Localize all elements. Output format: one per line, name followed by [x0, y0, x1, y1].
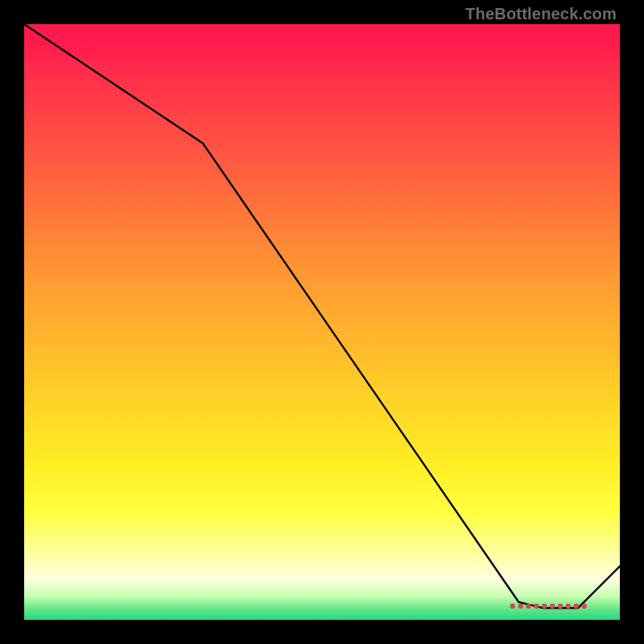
chart-marker [542, 604, 547, 609]
plot-area [24, 24, 620, 620]
chart-frame: TheBottleneck.com [0, 0, 644, 644]
chart-marker [526, 604, 530, 609]
watermark-text: TheBottleneck.com [465, 5, 617, 23]
chart-marker [574, 604, 579, 609]
chart-marker [581, 604, 586, 609]
chart-marker [550, 604, 555, 609]
chart-marker [518, 604, 523, 609]
chart-line [24, 24, 620, 608]
chart-marker [534, 604, 539, 609]
chart-marker [558, 604, 563, 609]
chart-marker [566, 604, 571, 609]
line-chart-svg [24, 24, 620, 620]
chart-marker [510, 604, 515, 609]
